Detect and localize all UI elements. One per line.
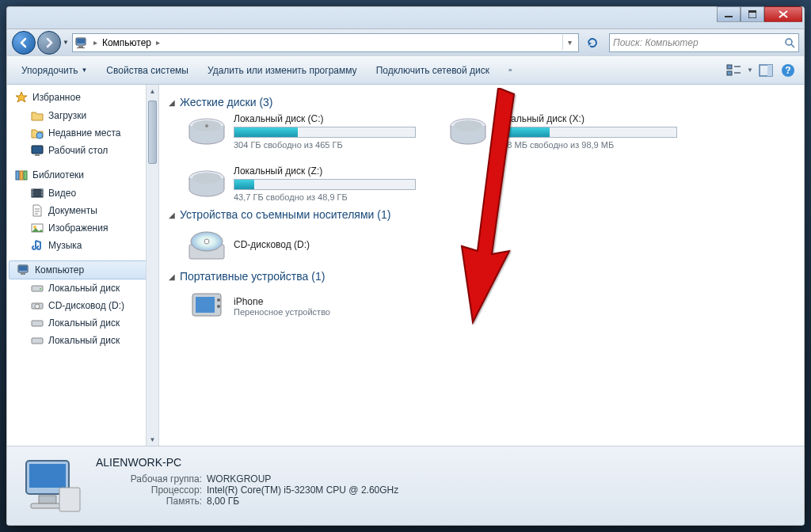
svg-rect-18 <box>24 171 27 180</box>
group-portable[interactable]: ◢ Портативные устройства (1) <box>169 270 794 283</box>
svg-point-21 <box>33 226 36 229</box>
cd-drive-icon <box>31 299 44 312</box>
sidebar-item-computer[interactable]: Компьютер <box>9 260 157 279</box>
toolbar-overflow-button[interactable]: » <box>501 63 520 77</box>
collapse-icon: ◢ <box>169 211 175 219</box>
map-drive-button[interactable]: Подключить сетевой диск <box>368 62 497 79</box>
svg-rect-14 <box>32 146 43 154</box>
libraries-icon <box>15 169 28 181</box>
svg-rect-5 <box>77 48 85 48</box>
uninstall-program-button[interactable]: Удалить или изменить программу <box>200 62 365 79</box>
svg-rect-3 <box>77 39 85 44</box>
chevron-down-icon[interactable]: ▼ <box>747 66 753 74</box>
minimize-button[interactable] <box>717 6 741 22</box>
group-hard-drives[interactable]: ◢ Жесткие диски (3) <box>169 96 794 108</box>
svg-rect-23 <box>19 266 27 271</box>
svg-text:?: ? <box>785 65 790 76</box>
svg-point-26 <box>40 288 41 290</box>
svg-rect-50 <box>59 488 80 511</box>
drive-d-cd[interactable]: CD-дисковод (D:) <box>169 226 794 264</box>
content-pane: ◢ Жесткие диски (3) Локальный диск (C:) … <box>159 85 804 446</box>
scroll-up-icon[interactable]: ▲ <box>147 85 158 97</box>
drive-z[interactable]: Локальный диск (Z:) 43,7 ГБ свободно из … <box>188 165 425 202</box>
svg-rect-4 <box>78 46 83 48</box>
maximize-button[interactable] <box>741 6 764 22</box>
sidebar-item-local-disk[interactable]: Локальный диск <box>7 279 158 297</box>
sidebar-item-desktop[interactable]: Рабочий стол <box>7 142 158 159</box>
address-dropdown-icon[interactable]: ▾ <box>562 35 577 50</box>
chevron-right-icon[interactable]: ▸ <box>92 38 99 47</box>
titlebar[interactable] <box>7 7 804 29</box>
svg-rect-1 <box>748 10 756 13</box>
window-controls <box>717 6 802 22</box>
navigation-bar: ▼ ▸ Компьютер ▸ ▾ Поиск: Компьютер <box>7 29 804 56</box>
sidebar-item-recent[interactable]: Недавние места <box>7 124 158 142</box>
device-iphone[interactable]: iPhone Переносное устройство <box>169 287 794 325</box>
address-bar[interactable]: ▸ Компьютер ▸ ▾ <box>72 33 579 52</box>
chevron-right-icon[interactable]: ▸ <box>154 38 162 47</box>
svg-rect-15 <box>35 154 40 156</box>
sidebar-item-local-disk[interactable]: Локальный диск <box>7 314 158 332</box>
refresh-button[interactable] <box>584 34 601 51</box>
music-icon <box>31 239 44 252</box>
history-dropdown-icon[interactable]: ▼ <box>63 39 69 46</box>
usage-bar <box>495 127 677 138</box>
collapse-icon: ◢ <box>169 272 175 281</box>
svg-rect-48 <box>39 496 56 504</box>
drive-c[interactable]: Локальный диск (C:) 304 ГБ свободно из 4… <box>188 113 425 150</box>
drive-x[interactable]: Локальный диск (X:) 69,8 МБ свободно из … <box>449 113 687 150</box>
organize-button[interactable]: Упорядочить▼ <box>13 62 95 79</box>
system-properties-button[interactable]: Свойства системы <box>98 62 196 79</box>
sidebar-item-downloads[interactable]: Загрузки <box>7 107 158 124</box>
sidebar-item-cd-drive[interactable]: CD-дисковод (D:) <box>7 297 158 314</box>
svg-rect-10 <box>767 65 772 76</box>
hard-drive-icon <box>188 168 226 200</box>
help-button[interactable]: ? <box>779 61 798 80</box>
svg-rect-16 <box>16 171 19 180</box>
hard-drive-icon <box>449 116 487 147</box>
svg-rect-47 <box>29 464 66 488</box>
svg-point-13 <box>36 132 43 139</box>
scroll-thumb[interactable] <box>148 101 157 164</box>
svg-point-44 <box>217 305 220 308</box>
view-options-button[interactable] <box>725 61 744 80</box>
sidebar-scrollbar[interactable]: ▲ ▼ <box>146 85 158 446</box>
svg-point-6 <box>786 39 792 45</box>
toolbar: Упорядочить▼ Свойства системы Удалить ил… <box>7 56 804 85</box>
favorites-header[interactable]: Избранное <box>7 88 158 107</box>
sidebar-item-local-disk[interactable]: Локальный диск <box>7 332 158 349</box>
sidebar-item-music[interactable]: Музыка <box>7 237 158 254</box>
usage-bar <box>234 127 416 138</box>
back-button[interactable] <box>12 31 36 55</box>
documents-icon <box>31 204 44 217</box>
svg-rect-42 <box>196 297 215 313</box>
chevron-down-icon: ▼ <box>81 66 87 74</box>
detail-cpu: Процессор:Intel(R) Core(TM) i5-3230M CPU… <box>96 484 398 496</box>
sidebar-item-documents[interactable]: Документы <box>7 202 158 219</box>
details-pane: ALIENWORK-PC Рабочая группа:WORKGROUP Пр… <box>7 446 804 525</box>
computer-name: ALIENWORK-PC <box>96 456 398 469</box>
svg-point-37 <box>192 173 221 184</box>
close-button[interactable] <box>764 6 802 22</box>
breadcrumb-computer[interactable]: Компьютер <box>99 37 154 48</box>
forward-button[interactable] <box>37 31 61 55</box>
navigation-pane: Избранное Загрузки Недавние места Рабочи… <box>7 85 159 446</box>
drive-icon <box>31 282 44 294</box>
sidebar-item-video[interactable]: Видео <box>7 184 158 202</box>
search-input[interactable]: Поиск: Компьютер <box>609 33 799 52</box>
preview-pane-button[interactable] <box>756 61 775 80</box>
pictures-icon <box>31 222 44 234</box>
drive-icon <box>31 334 44 347</box>
svg-rect-8 <box>727 71 732 75</box>
libraries-header[interactable]: Библиотеки <box>7 165 158 184</box>
svg-rect-29 <box>32 321 43 326</box>
cd-drive-icon <box>188 226 226 264</box>
svg-rect-30 <box>32 338 43 344</box>
star-icon <box>15 91 28 104</box>
sidebar-item-pictures[interactable]: Изображения <box>7 219 158 237</box>
portable-device-icon <box>188 287 226 325</box>
group-removable[interactable]: ◢ Устройства со съемными носителями (1) <box>169 208 794 221</box>
svg-point-28 <box>35 304 40 309</box>
scroll-down-icon[interactable]: ▼ <box>147 433 158 446</box>
explorer-window: ▼ ▸ Компьютер ▸ ▾ Поиск: Компьютер Упоря… <box>6 6 805 526</box>
